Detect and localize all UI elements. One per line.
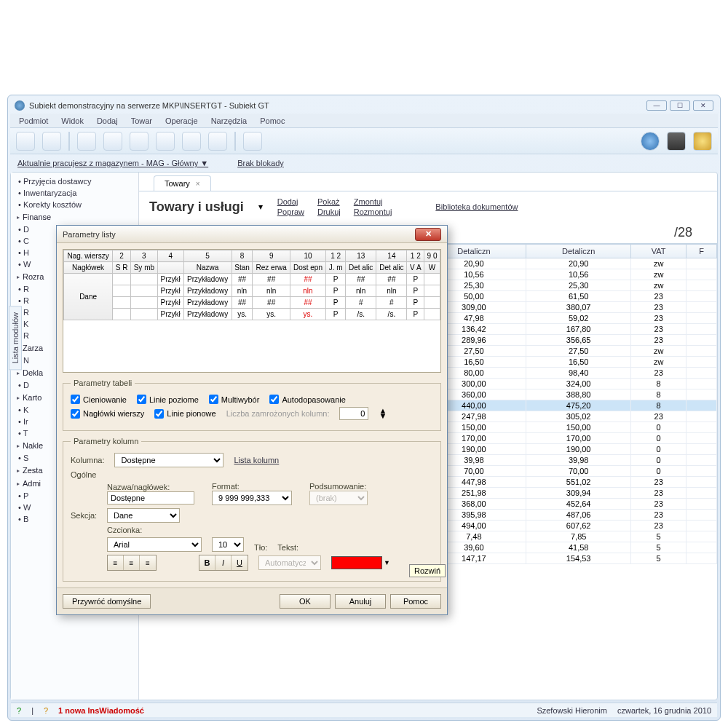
chk-multiwybor[interactable]: Multiwybór	[209, 395, 260, 404]
summary-select: (brak)	[309, 491, 368, 505]
titlebar: Subiekt demonstracyjny na serwerze MKP\I…	[10, 98, 718, 114]
align-group[interactable]: ≡≡≡	[107, 555, 157, 571]
sidebar-item[interactable]: • Inwentaryzacja	[14, 187, 135, 199]
close-button[interactable]: ✕	[693, 100, 713, 111]
sidebar-item[interactable]: • Przyjęcia dostawcy	[14, 175, 135, 187]
tab-strip: Towary ×	[139, 173, 717, 191]
page-title: Towary i usługi	[149, 199, 244, 215]
menu-operacje[interactable]: Operacje	[159, 115, 204, 127]
cancel-button[interactable]: Anuluj	[335, 594, 386, 609]
warehouse-link[interactable]: Aktualnie pracujesz z magazynem - MAG - …	[17, 159, 208, 167]
action-rozmontuj[interactable]: Rozmontuj	[354, 207, 392, 216]
toolbar-btn[interactable]	[182, 132, 201, 151]
dialog-titlebar: Parametry listy ✕	[57, 226, 447, 243]
chk-autodop[interactable]: Autodopasowanie	[269, 395, 345, 404]
restore-defaults-button[interactable]: Przywróć domyślne	[63, 594, 151, 609]
toolbar-btn[interactable]	[42, 132, 61, 151]
status-date: czwartek, 16 grudnia 2010	[617, 706, 711, 715]
list-params-dialog: Parametry listy ✕ Nag. wierszy234589101 …	[56, 225, 448, 615]
column-select[interactable]: Dostępne	[114, 453, 223, 467]
action-dodaj[interactable]: Dodaj	[277, 197, 304, 206]
sidebar-item[interactable]: Finanse	[14, 210, 135, 223]
menu-pomoc[interactable]: Pomoc	[254, 115, 290, 127]
maximize-button[interactable]: ☐	[670, 100, 690, 111]
status-user: Szefowski Hieronim	[537, 706, 607, 715]
action-pokaż[interactable]: Pokaż	[317, 197, 341, 206]
help-icon[interactable]	[693, 132, 712, 151]
action-zmontuj[interactable]: Zmontuj	[354, 197, 392, 206]
help-button[interactable]: Pomoc	[390, 594, 441, 609]
globe-icon[interactable]	[641, 132, 660, 151]
menu-towar[interactable]: Towar	[125, 115, 158, 127]
style-group[interactable]: BIU	[199, 555, 248, 571]
toolbar-btn[interactable]	[16, 132, 35, 151]
chk-linie-poziome[interactable]: Linie poziome	[137, 395, 199, 404]
chk-linie-pionowe[interactable]: Linie pionowe	[154, 409, 215, 419]
format-select[interactable]: 9 999 999,333	[212, 491, 292, 505]
toolbar	[10, 128, 718, 154]
menu-podmiot[interactable]: Podmiot	[13, 115, 54, 127]
minimize-button[interactable]: —	[646, 100, 667, 111]
module-list-tab[interactable]: Lista modułów	[9, 306, 22, 370]
status-message[interactable]: 1 nowa InsWiadomość	[58, 706, 144, 715]
preview-grid: Nag. wierszy234589101 213141 29 0Nagłówe…	[63, 249, 441, 373]
section-select[interactable]: Dane	[107, 508, 180, 523]
size-select[interactable]: 10	[212, 537, 244, 552]
toolbar-btn[interactable]	[77, 132, 96, 151]
lock-link[interactable]: Brak blokady	[237, 159, 284, 167]
chk-naglowki[interactable]: Nagłówki wierszy	[71, 409, 144, 419]
tab-towary[interactable]: Towary ×	[154, 175, 211, 191]
menu-dodaj[interactable]: Dodaj	[91, 115, 124, 127]
menu-widok[interactable]: Widok	[55, 115, 90, 127]
text-color-swatch[interactable]	[331, 556, 382, 569]
toolbar-btn[interactable]	[208, 132, 227, 151]
menubar: PodmiotWidokDodajTowarOperacjeNarzędziaP…	[10, 114, 718, 128]
toolbar-btn[interactable]	[243, 132, 262, 151]
box-icon[interactable]	[667, 132, 686, 151]
font-select[interactable]: Arial	[107, 537, 202, 552]
menu-narzędzia[interactable]: Narzędzia	[205, 115, 253, 127]
toolbar-btn[interactable]	[156, 132, 175, 151]
chk-cieniowanie[interactable]: Cieniowanie	[71, 395, 127, 404]
sidebar-item[interactable]: • Korekty kosztów	[14, 199, 135, 210]
toolbar-btn[interactable]	[103, 132, 122, 151]
ok-button[interactable]: OK	[280, 594, 331, 609]
action-drukuj[interactable]: Drukuj	[317, 207, 341, 216]
frozen-columns-input[interactable]	[339, 407, 368, 420]
action-popraw[interactable]: Popraw	[277, 207, 304, 216]
bg-select: Automatyczn	[258, 555, 321, 570]
window-title: Subiekt demonstracyjny na serwerze MKP\I…	[29, 101, 269, 110]
column-list-link[interactable]: Lista kolumn	[234, 456, 279, 464]
statusbar: ?|? 1 nowa InsWiadomość Szefowski Hieron…	[11, 703, 717, 717]
name-input[interactable]	[107, 491, 194, 505]
biblio-link[interactable]: Biblioteka dokumentów	[435, 202, 518, 211]
toolbar-btn[interactable]	[130, 132, 149, 151]
close-icon[interactable]: ×	[196, 180, 200, 188]
page-indicator: /28	[674, 225, 707, 240]
tooltip: Rozwiń	[409, 564, 446, 577]
dialog-close-button[interactable]: ✕	[415, 228, 441, 241]
app-icon	[15, 100, 25, 111]
infobar: Aktualnie pracujesz z magazynem - MAG - …	[10, 154, 718, 172]
